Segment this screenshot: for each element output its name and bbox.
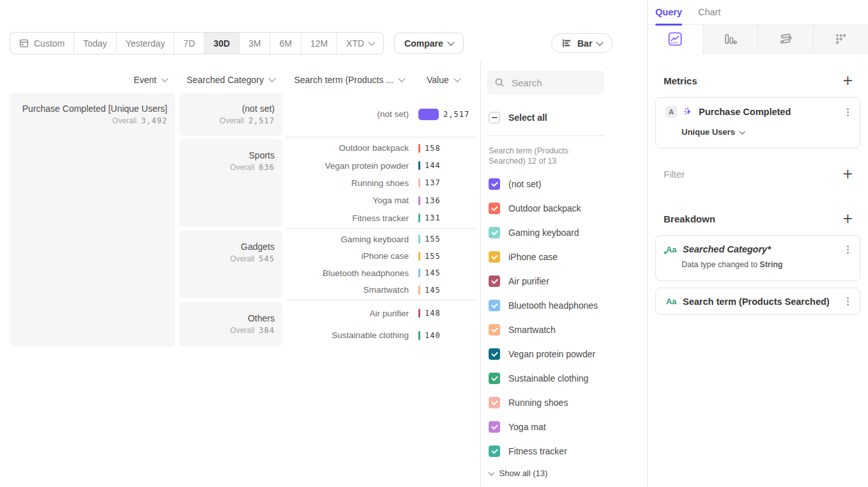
value-bar[interactable] [418,161,420,170]
value-bar[interactable] [418,252,420,261]
legend-checkbox[interactable] [489,421,500,433]
value-bar[interactable] [418,331,420,340]
legend-checkbox[interactable] [489,251,500,263]
value-bar[interactable] [418,309,420,318]
legend-item[interactable]: Gaming keyboard [489,227,598,238]
add-metric-button[interactable]: + [842,75,853,86]
value-bar[interactable] [418,109,439,120]
kebab-menu-icon[interactable] [847,111,849,113]
select-all-row[interactable]: Select all [489,112,547,123]
legend-item[interactable]: Outdoor backpack [489,203,598,214]
column-header-event[interactable]: Event [10,74,167,86]
overall-value: 3,492 [141,116,167,125]
date-range-3m[interactable]: 3M [239,33,270,54]
category-cell[interactable]: SportsOverall636 [179,139,282,227]
metrics-section-header: Metrics + [664,74,853,87]
value-bar[interactable] [418,213,420,222]
metric-name: Purchase Completed [699,107,839,117]
legend-checkbox[interactable] [489,373,500,384]
tab-chart[interactable]: Chart [698,0,720,24]
legend-checkbox[interactable] [489,275,500,287]
event-name: Purchase Completed [Unique Users] [17,103,167,114]
category-cell[interactable]: (not set)Overall2,517 [179,93,282,135]
legend-group-label: Search term (Products Searched) 12 of 13 [489,146,596,166]
legend-item[interactable]: Fitness tracker [489,445,598,457]
date-range-12m[interactable]: 12M [301,33,337,54]
legend-item[interactable]: Smartwatch [489,324,598,336]
value-bar[interactable] [418,144,420,153]
tab-retention[interactable] [813,25,868,54]
category-cell[interactable]: OthersOverall384 [179,302,282,346]
category-name: Sports [187,150,275,161]
chart-type-button[interactable]: Bar [551,33,613,53]
term-row: Yoga mat136 [286,196,476,205]
value-text: 145 [425,286,441,295]
legend-item[interactable]: (not set) [489,178,598,190]
term-group: Outdoor backpack158Vegan protein powder1… [286,139,476,227]
date-range-yesterday[interactable]: Yesterday [116,33,174,54]
value-bar[interactable] [418,196,420,205]
compare-button[interactable]: Compare [394,33,464,54]
column-header-search-term[interactable]: Search term (Products ... [285,74,404,86]
value-bar[interactable] [418,268,420,277]
legend-item[interactable]: Yoga mat [489,421,598,433]
legend-checkbox[interactable] [489,397,500,408]
category-cell[interactable]: GadgetsOverall545 [179,231,282,298]
value-bar[interactable] [418,235,420,244]
legend-item[interactable]: Bluetooth headphones [489,300,598,311]
legend-checkbox[interactable] [489,300,500,311]
select-all-checkbox[interactable] [489,112,500,123]
legend-checkbox[interactable] [489,445,500,457]
column-header-value[interactable]: Value [427,74,465,86]
show-all-toggle[interactable]: Show all (13) [489,468,547,478]
legend-item[interactable]: Air purifier [489,275,598,287]
legend-item[interactable]: Sustainable clothing [489,373,598,384]
column-header-searched-category[interactable]: Searched Category [179,74,275,86]
event-cell[interactable]: Purchase Completed [Unique Users] Overal… [10,93,175,346]
measure-dropdown[interactable]: Unique Users [656,118,860,137]
kebab-menu-icon[interactable] [847,249,849,251]
legend-search-box[interactable] [487,70,604,95]
term-row: Outdoor backpack158 [286,143,476,153]
overall-label: Overall [230,163,254,172]
legend-checkbox[interactable] [489,203,500,214]
chevron-down-icon [398,75,405,82]
date-range-xtd[interactable]: XTD [337,33,383,54]
filter-section-header: Filter + [664,167,853,180]
text-property-icon: Aa [666,245,677,254]
show-all-label: Show all (13) [499,468,548,478]
legend-checkbox[interactable] [489,227,500,238]
tab-funnels[interactable] [703,25,758,54]
date-range-6m[interactable]: 6M [270,33,300,54]
breakdown-card-search-term[interactable]: Aa Search term (Products Searched) [655,288,860,315]
tab-flows[interactable] [758,25,813,54]
category-name: (not set) [187,103,275,114]
breakdown-card-searched-category[interactable]: Aa Searched Category* Data type changed … [655,235,860,281]
date-range-7d[interactable]: 7D [174,33,204,54]
chart-type-label: Bar [577,38,592,49]
legend-item[interactable]: iPhone case [489,251,598,263]
date-range-today[interactable]: Today [73,33,116,54]
value-bar[interactable] [418,178,420,187]
date-range-30d[interactable]: 30D [204,33,239,54]
legend-checkbox[interactable] [489,324,500,336]
term-row: Fitness tracker131 [286,213,476,223]
metric-card[interactable]: A Purchase Completed Unique Users [655,97,860,148]
legend-checkbox[interactable] [489,178,500,190]
term-label: Vegan protein powder [286,161,409,171]
legend-item-label: Air purifier [508,276,549,286]
value-text: 155 [425,235,441,244]
search-input[interactable] [510,77,590,89]
date-range-segmented-control: CustomTodayYesterday7D30D3M6M12MXTD [10,32,384,54]
date-range-custom[interactable]: Custom [10,33,73,54]
term-label: Smartwatch [286,285,409,295]
legend-item[interactable]: Running shoes [489,397,598,408]
value-bar[interactable] [418,286,420,295]
tab-insights[interactable] [648,25,703,54]
kebab-menu-icon[interactable] [847,300,849,302]
add-breakdown-button[interactable]: + [842,213,853,224]
tab-query[interactable]: Query [655,0,682,24]
legend-checkbox[interactable] [489,348,500,360]
legend-item[interactable]: Vegan protein powder [489,348,598,360]
add-filter-button[interactable]: + [842,169,853,179]
